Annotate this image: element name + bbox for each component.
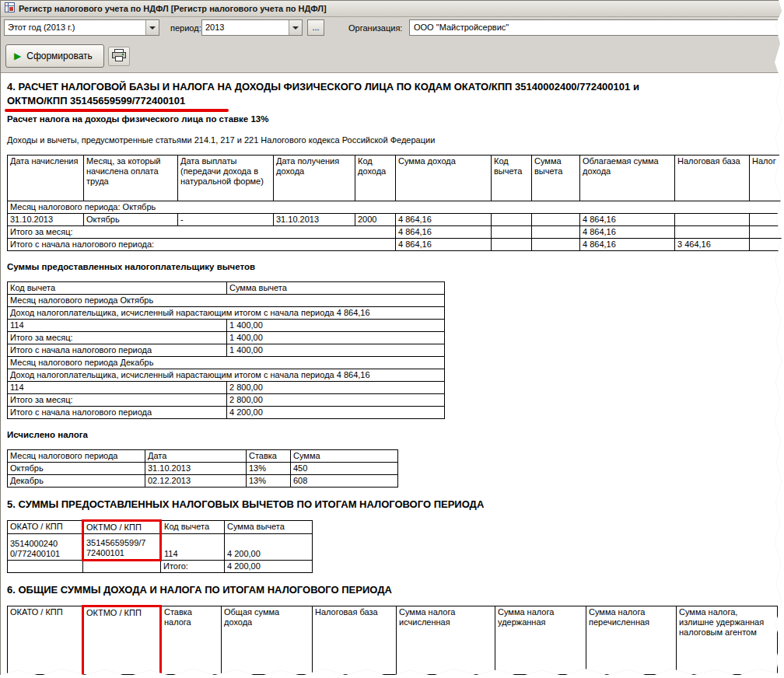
table-cell	[586, 675, 677, 678]
column-header: Сумма налога, излишне удержанная налогов…	[677, 606, 778, 675]
table-cell: 3 464,16	[313, 675, 397, 678]
table-cell	[495, 675, 586, 678]
header-row: Дата начисленияМесяц, за который начисле…	[8, 156, 784, 201]
table-cell: Итого:	[161, 561, 225, 573]
table-cell: 2000	[355, 214, 396, 226]
report-document: 4. РАСЧЕТ НАЛОГОВОЙ БАЗЫ И НАЛОГА НА ДОХ…	[1, 72, 783, 677]
column-header: Код дохода	[355, 156, 396, 201]
column-header: Сумма вычета	[532, 156, 580, 201]
table-cell: 1 400,00	[227, 320, 445, 332]
chevron-down-icon[interactable]	[145, 20, 159, 35]
table-cell	[8, 561, 83, 573]
column-header: Месяц налогового периода	[8, 450, 145, 463]
table-cell: 35145659599/7 72400101	[83, 534, 161, 561]
generate-button[interactable]: ▶ Сформировать	[5, 44, 104, 68]
column-header: Дата выплаты (передачи дохода в натураль…	[178, 156, 274, 201]
table-row: Итого за месяц:1 400,00	[8, 332, 445, 344]
red-underline-annotation	[5, 109, 229, 112]
table-cell: 4 864,16	[580, 226, 675, 239]
table-cell	[532, 226, 580, 239]
table-cell: 1 058	[397, 675, 495, 678]
column-header: Общая сумма дохода	[222, 606, 313, 675]
header-row: Месяц налогового периодаДатаСтавкаСумма	[8, 450, 398, 463]
table-cell: 114	[8, 320, 227, 332]
table-cell: 4 200,00	[225, 561, 313, 573]
period-more-button[interactable]: ...	[307, 19, 324, 36]
table-row: 3514000240 0/77240010135145659599/7 7240…	[8, 675, 778, 678]
table-cell	[532, 239, 580, 251]
table-cell	[677, 675, 778, 678]
column-header: Ставка	[247, 450, 291, 463]
table-cell: 31.10.2013	[274, 214, 355, 226]
column-header: Налог	[750, 156, 784, 201]
table-cell	[492, 226, 532, 239]
column-header: ОКАТО / КПП	[8, 521, 83, 534]
table-cell: Октябрь	[84, 214, 178, 226]
table-cell: 2 800,00	[227, 382, 445, 394]
column-header: Сумма вычета	[227, 282, 445, 295]
organization-value: ООО "Майстройсервис"	[410, 20, 512, 35]
table-row: Доход налогоплательщика, исчисленный нар…	[8, 307, 445, 320]
column-header: Сумма вычета	[225, 521, 313, 534]
table-cell: 4 864,16	[396, 226, 492, 239]
column-header: Сумма налога перечисленная	[586, 606, 677, 675]
column-header: Сумма	[291, 450, 398, 463]
generate-button-label: Сформировать	[26, 51, 93, 61]
toolbar-filters: Этот год (2013 г.) период: 2013 ... Орга…	[1, 17, 783, 38]
table-cell: Итого с начала налогового периода	[8, 407, 227, 419]
table-row: Итого:4 200,00	[8, 561, 313, 573]
table-row: Доход налогоплательщика, исчисленный нар…	[8, 369, 445, 382]
table-row: Октябрь31.10.201313%450	[8, 463, 398, 475]
table-cell: 114	[8, 382, 227, 394]
column-header: Дата получения дохода	[274, 156, 355, 201]
table-cell: 608	[291, 475, 398, 488]
table-cell: Месяц налогового периода Октябрь	[8, 295, 445, 307]
table-cell	[492, 239, 532, 251]
table-row: 1142 800,00	[8, 382, 445, 394]
table-cell: 4 864,16	[396, 239, 492, 251]
table-row: Итого с начала налогового периода4 200,0…	[8, 407, 445, 419]
table-cell: Доход налогоплательщика, исчисленный нар…	[8, 369, 445, 382]
table-cell: 4 200,00	[227, 407, 445, 419]
table-row: 31.10.2013Октябрь-31.10.201320004 864,16…	[8, 214, 784, 226]
period-label: период:	[170, 23, 201, 33]
column-header: Месяц, за который начислена оплата труда	[84, 156, 178, 201]
table-cell: 1 400,00	[227, 344, 445, 357]
title-bar: Регистр налогового учета по НДФЛ [Регист…	[1, 1, 783, 17]
table-cell: 4 864,16	[580, 239, 675, 251]
table-cell: Декабрь	[8, 475, 145, 488]
table-row: Итого с начала налогового периода1 400,0…	[8, 344, 445, 357]
table-cell: 450	[291, 463, 398, 475]
table-cell	[750, 214, 784, 226]
table-cell: Доход налогоплательщика, исчисленный нар…	[8, 307, 445, 320]
organization-label: Организация:	[348, 23, 402, 33]
table-row: Итого за месяц:2 800,00	[8, 394, 445, 407]
table-row: Итого с начала налогового периода:4 864,…	[8, 239, 784, 251]
calculated-block-title: Исчислено налога	[7, 430, 783, 440]
table-cell: 4 200,00	[225, 534, 313, 561]
table-cell: Итого с начала налогового периода:	[8, 239, 396, 251]
play-icon: ▶	[14, 51, 21, 61]
table-cell: Месяц налогового периода Декабрь	[8, 357, 445, 369]
table-cell: Итого за месяц:	[8, 332, 227, 344]
organization-input[interactable]: ООО "Майстройсервис"	[409, 19, 784, 36]
column-header: Налоговая база	[675, 156, 750, 201]
chevron-down-icon[interactable]	[289, 20, 302, 35]
calculated-tax-table: Месяц налогового периодаДатаСтавкаСуммаО…	[7, 449, 398, 488]
window-title: Регистр налогового учета по НДФЛ [Регист…	[19, 4, 327, 13]
income-totals-table: ОКАТО / КППОКТМО / КППСтавка налогаОбщая…	[7, 605, 778, 678]
table-cell: 35145659599/7 72400101	[83, 675, 161, 678]
column-header: Сумма налога удержанная	[495, 606, 586, 675]
column-header: Код вычета	[492, 156, 532, 201]
table-cell: 3514000240 0/772400101	[8, 675, 83, 678]
header-row: ОКАТО / КППОКТМО / КППКод вычетаСумма вы…	[8, 521, 313, 534]
section4-title-line1: 4. РАСЧЕТ НАЛОГОВОЙ БАЗЫ И НАЛОГА НА ДОХ…	[7, 80, 783, 94]
period-preset-combobox[interactable]: Этот год (2013 г.)	[4, 19, 159, 36]
column-header: Сумма налога исчисленная	[397, 606, 495, 675]
rate-subtitle: Расчет налога на доходы физического лица…	[7, 114, 783, 124]
header-row: Код вычетаСумма вычета	[8, 282, 445, 295]
period-combobox[interactable]: 2013	[201, 19, 303, 36]
table-cell: 4 864,16	[580, 214, 675, 226]
table-cell	[675, 226, 750, 239]
print-button[interactable]	[108, 47, 130, 66]
